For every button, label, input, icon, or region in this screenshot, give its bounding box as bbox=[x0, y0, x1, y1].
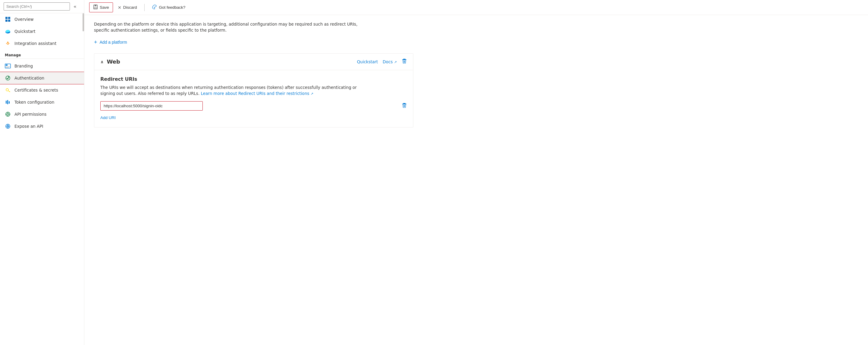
platform-delete-icon[interactable] bbox=[402, 58, 407, 65]
svg-rect-27 bbox=[402, 59, 406, 60]
key-icon bbox=[5, 87, 11, 93]
platform-title: ∧ Web bbox=[100, 58, 120, 65]
platform-quickstart-link[interactable]: Quickstart bbox=[357, 59, 378, 64]
external-link-icon-2: ↗ bbox=[311, 92, 313, 96]
search-input[interactable] bbox=[4, 2, 70, 10]
expose-icon bbox=[5, 123, 11, 129]
uri-delete-icon[interactable] bbox=[402, 103, 407, 109]
feedback-label: Got feedback? bbox=[159, 5, 186, 10]
svg-rect-15 bbox=[9, 91, 10, 92]
svg-rect-2 bbox=[5, 20, 7, 22]
sidebar: « Overview bbox=[0, 0, 84, 345]
main-description: Depending on the platform or device this… bbox=[94, 21, 365, 33]
sidebar-item-api[interactable]: API permissions bbox=[0, 108, 84, 120]
svg-rect-10 bbox=[6, 64, 7, 66]
redirect-uri-input[interactable] bbox=[100, 101, 203, 111]
sidebar-item-token-label: Token configuration bbox=[14, 100, 54, 104]
svg-rect-31 bbox=[403, 103, 406, 104]
feedback-button[interactable]: Got feedback? bbox=[148, 2, 189, 12]
uri-input-row bbox=[100, 101, 407, 111]
platform-name: Web bbox=[107, 58, 120, 65]
external-link-icon: ↗ bbox=[394, 60, 397, 64]
svg-rect-26 bbox=[403, 59, 406, 59]
svg-line-33 bbox=[404, 105, 404, 107]
discard-icon: ✕ bbox=[118, 5, 121, 10]
add-platform-button[interactable]: + Add a platform bbox=[94, 38, 127, 46]
main-panel: Save ✕ Discard Got feedback? Depending o… bbox=[84, 0, 868, 345]
search-bar: « bbox=[0, 0, 84, 13]
svg-rect-24 bbox=[95, 5, 96, 6]
branding-icon bbox=[5, 63, 11, 69]
svg-rect-12 bbox=[6, 67, 9, 68]
svg-rect-17 bbox=[7, 100, 8, 104]
sidebar-item-certificates[interactable]: Certificates & secrets bbox=[0, 84, 84, 96]
sidebar-item-quickstart[interactable]: Quickstart bbox=[0, 25, 84, 37]
save-button[interactable]: Save bbox=[89, 2, 113, 12]
collapse-button[interactable]: « bbox=[72, 2, 78, 10]
svg-line-34 bbox=[405, 105, 405, 107]
chevron-up-icon: ∧ bbox=[100, 59, 104, 64]
svg-rect-16 bbox=[6, 101, 7, 104]
svg-point-7 bbox=[6, 30, 9, 32]
auth-icon bbox=[5, 75, 11, 81]
sidebar-item-expose[interactable]: Expose an API bbox=[0, 120, 84, 132]
sidebar-item-integration-label: Integration assistant bbox=[14, 41, 56, 46]
sidebar-item-api-label: API permissions bbox=[14, 112, 46, 117]
add-platform-label: Add a platform bbox=[100, 40, 127, 44]
svg-rect-25 bbox=[94, 7, 97, 9]
svg-rect-1 bbox=[8, 17, 10, 19]
redirect-uris-description: The URIs we will accept as destinations … bbox=[100, 84, 371, 97]
toolbar: Save ✕ Discard Got feedback? bbox=[84, 0, 868, 15]
platform-actions: Quickstart Docs ↗ bbox=[357, 58, 407, 65]
cloud-icon bbox=[5, 28, 11, 34]
sidebar-item-certificates-label: Certificates & secrets bbox=[14, 88, 58, 93]
toolbar-divider bbox=[144, 4, 145, 11]
api-icon bbox=[5, 111, 11, 117]
svg-line-29 bbox=[405, 61, 405, 63]
grid-icon bbox=[5, 16, 11, 22]
platform-docs-link[interactable]: Docs ↗ bbox=[383, 59, 397, 64]
sidebar-item-branding[interactable]: Branding bbox=[0, 60, 84, 72]
sidebar-item-authentication-label: Authentication bbox=[14, 75, 44, 81]
svg-point-8 bbox=[7, 43, 8, 44]
save-icon bbox=[93, 4, 98, 10]
svg-rect-32 bbox=[402, 104, 406, 104]
token-icon bbox=[5, 99, 11, 105]
svg-line-28 bbox=[404, 61, 404, 63]
svg-rect-0 bbox=[5, 17, 7, 19]
discard-label: Discard bbox=[123, 5, 137, 10]
svg-rect-18 bbox=[9, 101, 10, 104]
sidebar-item-integration[interactable]: Integration assistant bbox=[0, 37, 84, 50]
add-uri-button[interactable]: Add URI bbox=[100, 114, 116, 121]
save-label: Save bbox=[100, 5, 109, 10]
plus-icon: + bbox=[94, 39, 97, 45]
rocket-icon bbox=[5, 40, 11, 46]
svg-point-20 bbox=[7, 113, 9, 115]
redirect-learn-more-link[interactable]: Learn more about Redirect URIs and their… bbox=[200, 91, 309, 96]
platform-header: ∧ Web Quickstart Docs ↗ bbox=[94, 54, 413, 70]
sidebar-item-token[interactable]: Token configuration bbox=[0, 96, 84, 108]
sidebar-item-overview-label: Overview bbox=[14, 17, 34, 22]
svg-rect-11 bbox=[6, 66, 10, 67]
manage-section-header: Manage bbox=[0, 50, 84, 59]
sidebar-item-overview[interactable]: Overview bbox=[0, 13, 84, 25]
discard-button[interactable]: ✕ Discard bbox=[114, 3, 141, 12]
sidebar-item-branding-label: Branding bbox=[14, 64, 33, 68]
svg-rect-3 bbox=[8, 20, 10, 22]
redirect-uris-title: Redirect URIs bbox=[100, 76, 407, 82]
platform-body: Redirect URIs The URIs we will accept as… bbox=[94, 70, 413, 127]
web-platform-section: ∧ Web Quickstart Docs ↗ bbox=[94, 53, 413, 128]
sidebar-nav: Overview Quickstart Integr bbox=[0, 13, 84, 345]
feedback-icon bbox=[152, 4, 157, 10]
sidebar-item-expose-label: Expose an API bbox=[14, 124, 43, 129]
sidebar-item-quickstart-label: Quickstart bbox=[14, 29, 36, 34]
sidebar-item-authentication[interactable]: Authentication bbox=[0, 72, 84, 84]
content-area: Depending on the platform or device this… bbox=[84, 15, 868, 345]
